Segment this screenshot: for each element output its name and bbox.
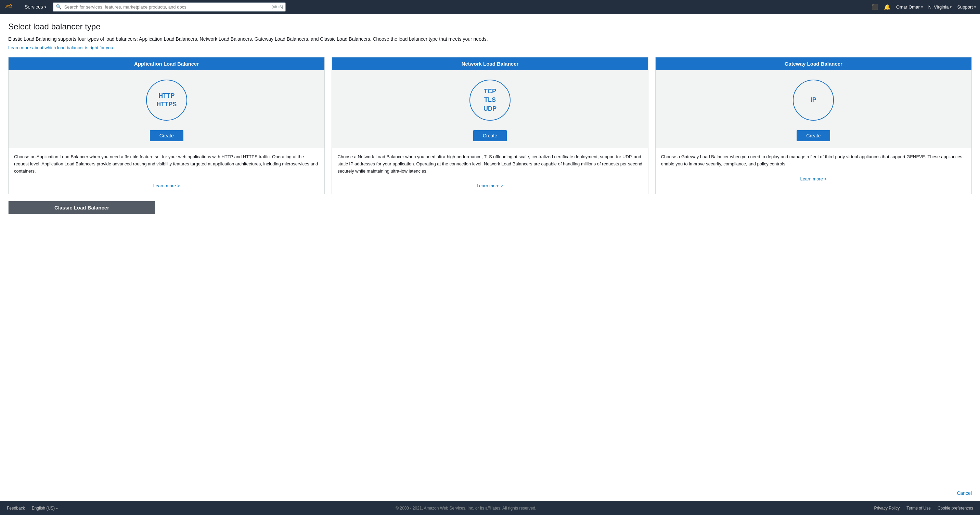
user-chevron-icon: ▾ xyxy=(921,5,923,9)
scroll-wrapper: Select load balancer type Elastic Load B… xyxy=(0,14,980,515)
search-icon: 🔍 xyxy=(56,4,62,10)
alb-card: Application Load Balancer HTTPHTTPS Crea… xyxy=(8,57,325,194)
feedback-button[interactable]: Feedback xyxy=(7,506,25,510)
user-label: Omar Omar xyxy=(896,5,920,10)
services-chevron-icon: ▾ xyxy=(45,5,46,9)
cloud-shell-icon[interactable]: ⬛ xyxy=(872,4,878,10)
region-menu-button[interactable]: N. Virginia ▾ xyxy=(928,5,952,10)
classic-card-header: Classic Load Balancer xyxy=(8,201,155,214)
classic-card: Classic Load Balancer xyxy=(8,201,155,214)
alb-card-body: Choose an Application Load Balancer when… xyxy=(8,148,325,180)
load-balancer-cards-row: Application Load Balancer HTTPHTTPS Crea… xyxy=(8,57,972,194)
notifications-icon[interactable]: 🔔 xyxy=(884,4,891,10)
nlb-card-body: Choose a Network Load Balancer when you … xyxy=(332,148,648,180)
cookie-preferences-link[interactable]: Cookie preferences xyxy=(937,506,973,510)
gwlb-learn-more-area: Learn more > xyxy=(655,173,972,187)
gwlb-card-body: Choose a Gateway Load Balancer when you … xyxy=(655,148,972,173)
classic-row: Classic Load Balancer xyxy=(8,201,972,214)
nlb-protocol-circle: TCPTLSUDP xyxy=(469,79,511,120)
nlb-create-button[interactable]: Create xyxy=(473,130,507,141)
alb-create-area: Create xyxy=(8,130,325,148)
nlb-learn-more-area: Learn more > xyxy=(332,180,648,194)
alb-learn-more-link[interactable]: Learn more > xyxy=(153,183,180,188)
gwlb-card-visual: IP xyxy=(655,70,972,130)
nav-right-area: ⬛ 🔔 Omar Omar ▾ N. Virginia ▾ Support ▾ xyxy=(872,4,976,10)
nlb-card-visual: TCPTLSUDP xyxy=(332,70,648,130)
header-learn-more-link[interactable]: Learn more about which load balancer is … xyxy=(8,45,113,50)
alb-card-visual: HTTPHTTPS xyxy=(8,70,325,130)
main-content: Select load balancer type Elastic Load B… xyxy=(0,14,980,488)
user-menu-button[interactable]: Omar Omar ▾ xyxy=(896,5,923,10)
nlb-card-header: Network Load Balancer xyxy=(332,57,648,70)
region-label: N. Virginia xyxy=(928,5,949,10)
nlb-create-area: Create xyxy=(332,130,648,148)
region-chevron-icon: ▾ xyxy=(950,5,951,9)
top-navigation: Services ▾ 🔍 [Alt+S] ⬛ 🔔 Omar Omar ▾ N. … xyxy=(0,0,980,14)
gwlb-card-header: Gateway Load Balancer xyxy=(655,57,972,70)
alb-create-button[interactable]: Create xyxy=(150,130,183,141)
nlb-protocol-text: TCPTLSUDP xyxy=(484,87,496,113)
language-button[interactable]: English (US) ▾ xyxy=(32,506,58,510)
language-chevron-icon: ▾ xyxy=(56,507,58,510)
gwlb-card: Gateway Load Balancer IP Create Choose a… xyxy=(655,57,972,194)
services-menu-button[interactable]: Services ▾ xyxy=(22,3,49,11)
language-label: English (US) xyxy=(32,506,55,510)
footer: Feedback English (US) ▾ © 2008 - 2021, A… xyxy=(0,501,980,515)
terms-of-use-link[interactable]: Terms of Use xyxy=(907,506,931,510)
page-title: Select load balancer type xyxy=(8,22,972,32)
gwlb-protocol-text: IP xyxy=(811,96,816,104)
cancel-button[interactable]: Cancel xyxy=(957,490,972,496)
alb-protocol-circle: HTTPHTTPS xyxy=(146,79,187,120)
gwlb-learn-more-link[interactable]: Learn more > xyxy=(800,176,827,181)
services-label: Services xyxy=(25,4,43,10)
search-shortcut: [Alt+S] xyxy=(272,5,283,9)
footer-copyright: © 2008 - 2021, Amazon Web Services, Inc.… xyxy=(66,506,866,510)
aws-logo[interactable] xyxy=(4,3,16,11)
nlb-card: Network Load Balancer TCPTLSUDP Create C… xyxy=(332,57,648,194)
alb-protocol-text: HTTPHTTPS xyxy=(156,92,177,109)
nlb-learn-more-link[interactable]: Learn more > xyxy=(477,183,503,188)
search-input[interactable] xyxy=(53,2,286,12)
search-bar: 🔍 [Alt+S] xyxy=(53,2,286,12)
support-chevron-icon: ▾ xyxy=(974,5,976,9)
cancel-area: Cancel xyxy=(0,488,980,501)
footer-left: Feedback English (US) ▾ xyxy=(7,506,58,510)
alb-learn-more-area: Learn more > xyxy=(8,180,325,194)
gwlb-create-button[interactable]: Create xyxy=(797,130,830,141)
page-description: Elastic Load Balancing supports four typ… xyxy=(8,36,972,43)
support-menu-button[interactable]: Support ▾ xyxy=(957,5,976,10)
privacy-policy-link[interactable]: Privacy Policy xyxy=(874,506,900,510)
alb-card-header: Application Load Balancer xyxy=(8,57,325,70)
footer-right: Privacy Policy Terms of Use Cookie prefe… xyxy=(874,506,973,510)
gwlb-protocol-circle: IP xyxy=(793,79,834,120)
gwlb-create-area: Create xyxy=(655,130,972,148)
feedback-label: Feedback xyxy=(7,506,25,510)
support-label: Support xyxy=(957,5,973,10)
